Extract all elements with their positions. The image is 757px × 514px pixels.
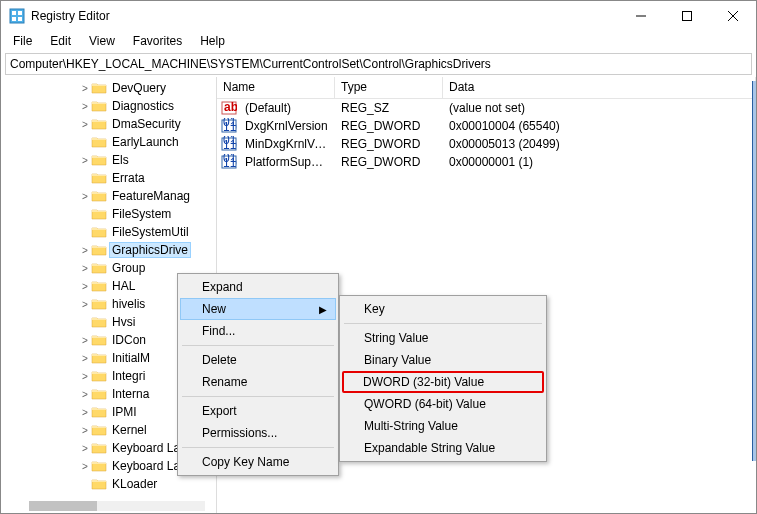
expander-icon[interactable]: >: [79, 119, 91, 130]
value-row[interactable]: MinDxgKrnlVersi...REG_DWORD0x00005013 (2…: [217, 135, 756, 153]
cm-new-qword[interactable]: QWORD (64-bit) Value: [342, 393, 544, 415]
value-row[interactable]: DxgKrnlVersionREG_DWORD0x00010004 (65540…: [217, 117, 756, 135]
folder-icon: [91, 171, 107, 185]
value-type-icon: [221, 118, 237, 134]
menu-view[interactable]: View: [81, 32, 123, 50]
expander-icon[interactable]: >: [79, 335, 91, 346]
minimize-button[interactable]: [618, 1, 664, 31]
cm-new-key[interactable]: Key: [342, 298, 544, 320]
value-row[interactable]: PlatformSupport...REG_DWORD0x00000001 (1…: [217, 153, 756, 171]
cm-permissions[interactable]: Permissions...: [180, 422, 336, 444]
tree-item[interactable]: KLoader: [1, 475, 216, 493]
tree-item[interactable]: Errata: [1, 169, 216, 187]
tree-label: InitialM: [110, 351, 152, 365]
folder-icon: [91, 387, 107, 401]
value-name: (Default): [239, 101, 335, 115]
folder-icon: [91, 261, 107, 275]
menu-file[interactable]: File: [5, 32, 40, 50]
tree-label: Diagnostics: [110, 99, 176, 113]
folder-icon: [91, 315, 107, 329]
expander-icon[interactable]: >: [79, 245, 91, 256]
tree-label: Hvsi: [110, 315, 137, 329]
value-type: REG_DWORD: [335, 119, 443, 133]
tree-label: HAL: [110, 279, 137, 293]
column-headers: Name Type Data: [217, 77, 756, 99]
cm-new-binary[interactable]: Binary Value: [342, 349, 544, 371]
tree-item[interactable]: FileSystem: [1, 205, 216, 223]
expander-icon[interactable]: >: [79, 353, 91, 364]
tree-label: DmaSecurity: [110, 117, 183, 131]
tree-item[interactable]: >Els: [1, 151, 216, 169]
expander-icon[interactable]: >: [79, 299, 91, 310]
cm-new-string[interactable]: String Value: [342, 327, 544, 349]
horizontal-scrollbar[interactable]: [29, 501, 205, 511]
cm-new-dword[interactable]: DWORD (32-bit) Value: [342, 371, 544, 393]
cm-new[interactable]: New▶: [180, 298, 336, 320]
cm-new-multistring[interactable]: Multi-String Value: [342, 415, 544, 437]
value-type: REG_DWORD: [335, 155, 443, 169]
value-name: PlatformSupport...: [239, 155, 335, 169]
tree-item[interactable]: EarlyLaunch: [1, 133, 216, 151]
folder-icon: [91, 207, 107, 221]
expander-icon[interactable]: >: [79, 389, 91, 400]
tree-item[interactable]: >DevQuery: [1, 79, 216, 97]
expander-icon[interactable]: >: [79, 407, 91, 418]
value-data: 0x00010004 (65540): [443, 119, 756, 133]
value-type-icon: [221, 154, 237, 170]
cm-find[interactable]: Find...: [180, 320, 336, 342]
folder-icon: [91, 297, 107, 311]
tree-label: KLoader: [110, 477, 159, 491]
tree-label: IDCon: [110, 333, 148, 347]
menu-help[interactable]: Help: [192, 32, 233, 50]
expander-icon[interactable]: >: [79, 83, 91, 94]
menu-edit[interactable]: Edit: [42, 32, 79, 50]
close-button[interactable]: [710, 1, 756, 31]
value-row[interactable]: (Default)REG_SZ(value not set): [217, 99, 756, 117]
tree-label: FileSystem: [110, 207, 173, 221]
folder-icon: [91, 189, 107, 203]
menu-favorites[interactable]: Favorites: [125, 32, 190, 50]
expander-icon[interactable]: >: [79, 101, 91, 112]
column-type[interactable]: Type: [335, 77, 443, 98]
cm-delete[interactable]: Delete: [180, 349, 336, 371]
expander-icon[interactable]: >: [79, 263, 91, 274]
tree-item[interactable]: >Diagnostics: [1, 97, 216, 115]
column-name[interactable]: Name: [217, 77, 335, 98]
value-type-icon: [221, 100, 237, 116]
expander-icon[interactable]: >: [79, 191, 91, 202]
expander-icon[interactable]: >: [79, 443, 91, 454]
expander-icon[interactable]: >: [79, 425, 91, 436]
tree-label: IPMI: [110, 405, 139, 419]
expander-icon[interactable]: >: [79, 461, 91, 472]
expander-icon[interactable]: >: [79, 371, 91, 382]
tree-item[interactable]: >DmaSecurity: [1, 115, 216, 133]
tree-item[interactable]: FileSystemUtil: [1, 223, 216, 241]
tree-label: GraphicsDrive: [110, 243, 190, 257]
cm-export[interactable]: Export: [180, 400, 336, 422]
tree-label: EarlyLaunch: [110, 135, 181, 149]
expander-icon[interactable]: >: [79, 281, 91, 292]
submenu-arrow-icon: ▶: [319, 304, 327, 315]
folder-icon: [91, 99, 107, 113]
value-data: (value not set): [443, 101, 756, 115]
cm-rename[interactable]: Rename: [180, 371, 336, 393]
folder-icon: [91, 405, 107, 419]
tree-label: Els: [110, 153, 131, 167]
address-bar[interactable]: Computer\HKEY_LOCAL_MACHINE\SYSTEM\Curre…: [5, 53, 752, 75]
tree-label: FeatureManag: [110, 189, 192, 203]
cm-copy-key-name[interactable]: Copy Key Name: [180, 451, 336, 473]
cm-new-expandable[interactable]: Expandable String Value: [342, 437, 544, 459]
window-title: Registry Editor: [31, 9, 618, 23]
tree-item[interactable]: >GraphicsDrive: [1, 241, 216, 259]
value-name: MinDxgKrnlVersi...: [239, 137, 335, 151]
column-data[interactable]: Data: [443, 77, 756, 98]
svg-rect-11: [683, 12, 692, 21]
tree-label: Interna: [110, 387, 151, 401]
expander-icon[interactable]: >: [79, 155, 91, 166]
cm-expand[interactable]: Expand: [180, 276, 336, 298]
app-icon: [9, 8, 25, 24]
tree-item[interactable]: >FeatureManag: [1, 187, 216, 205]
maximize-button[interactable]: [664, 1, 710, 31]
address-text: Computer\HKEY_LOCAL_MACHINE\SYSTEM\Curre…: [10, 57, 491, 71]
tree-label: DevQuery: [110, 81, 168, 95]
